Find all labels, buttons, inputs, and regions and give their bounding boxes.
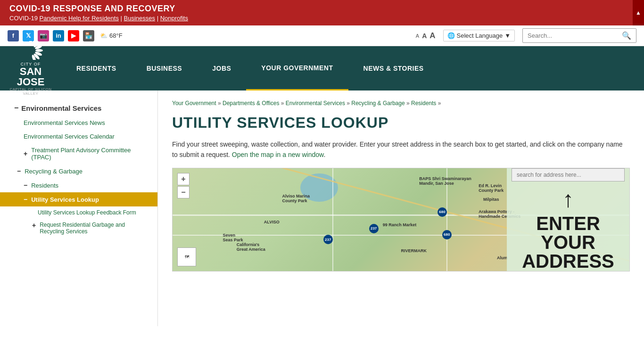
nav-item-your-government[interactable]: YOUR GOVERNMENT: [246, 46, 348, 90]
open-map-link[interactable]: Open the map in a new window: [232, 151, 324, 158]
sidebar-item-residents[interactable]: − Residents: [0, 178, 157, 192]
page-title: UTILITY SERVICES LOOKUP: [172, 114, 630, 132]
sidebar-item-es-calendar[interactable]: Environmental Services Calendar: [0, 130, 157, 143]
map-label-baps: BAPS Shri SwaminarayanMandir, San Jose: [419, 176, 471, 186]
highway-marker-237: 237: [369, 224, 379, 233]
highway-marker-680-1: 680: [438, 207, 447, 217]
chevron-down-icon: ▼: [504, 32, 511, 39]
svg-point-4: [35, 49, 43, 52]
shop-icon[interactable]: 🏪: [83, 30, 94, 41]
youtube-icon[interactable]: ▶: [68, 30, 79, 41]
map-label-alviso: Alviso MarinaCounty Park: [282, 194, 310, 203]
nav-item-jobs[interactable]: JOBS: [197, 46, 246, 90]
street-view-icon: 🗺: [185, 255, 189, 259]
map-zoom-in[interactable]: +: [177, 173, 190, 185]
plus-icon-residential: +: [32, 222, 36, 229]
weather-temp: 68°F: [109, 32, 123, 39]
breadcrumb-departments[interactable]: Departments & Offices: [223, 100, 280, 107]
nav-items: RESIDENTS BUSINESS JOBS YOUR GOVERNMENT …: [61, 46, 644, 90]
twitter-icon[interactable]: 𝕏: [23, 30, 34, 41]
map-controls: + −: [177, 173, 190, 198]
logo-name-text: SAN JOSE: [9, 66, 52, 87]
map-label-milpitas: Milpitas: [483, 197, 499, 202]
address-search-input[interactable]: [512, 168, 625, 181]
collapse-icon: −: [14, 104, 18, 112]
map-zoom-out[interactable]: −: [177, 186, 190, 198]
covid-collapse-button[interactable]: ▲: [633, 0, 644, 25]
main-container: − Environmental Services Environmental S…: [0, 90, 644, 326]
breadcrumb-recycling[interactable]: Recycling & Garbage: [351, 100, 405, 107]
sidebar-item-utility-lookup[interactable]: − Utility Services Lookup: [0, 192, 157, 206]
breadcrumb-environmental[interactable]: Environmental Services: [286, 100, 345, 107]
nav-item-news[interactable]: NEWS & STORIES: [348, 46, 439, 90]
sidebar-item-utility-feedback[interactable]: Utility Services Lookup Feedback Form: [0, 206, 157, 219]
covid-link-nonprofits[interactable]: Nonprofits: [160, 15, 188, 22]
covid-link-residents[interactable]: Pandemic Help for Residents: [40, 15, 119, 22]
nav-item-business[interactable]: BUSINESS: [132, 46, 198, 90]
facebook-icon[interactable]: f: [8, 30, 19, 41]
language-selector[interactable]: 🌐 Select Language ▼: [443, 30, 515, 41]
search-bar: 🔍: [522, 28, 636, 43]
plus-icon: +: [24, 150, 27, 157]
map-street-view[interactable]: 🗺: [177, 247, 196, 266]
sidebar-section-environmental-services[interactable]: − Environmental Services: [0, 100, 157, 116]
navigation: CITY OF SAN JOSE CAPITAL OF SILICON VALL…: [0, 46, 644, 90]
weather-widget: ⛅ 68°F: [100, 32, 123, 39]
nav-item-residents[interactable]: RESIDENTS: [61, 46, 132, 90]
map-label-alviso-text: ALVISO: [264, 220, 280, 224]
font-size-large[interactable]: A: [429, 31, 435, 41]
site-logo[interactable]: CITY OF SAN JOSE CAPITAL OF SILICON VALL…: [0, 46, 61, 90]
main-content: Your Government » Departments & Offices …: [158, 90, 644, 326]
breadcrumb-residents[interactable]: Residents: [411, 100, 436, 107]
font-size-controls: A A A: [416, 31, 436, 41]
sidebar: − Environmental Services Environmental S…: [0, 90, 158, 326]
language-label: Select Language: [457, 32, 503, 39]
font-size-medium[interactable]: A: [422, 32, 427, 40]
minus-icon-residents: −: [24, 181, 27, 189]
covid-banner: COVID-19 RESPONSE AND RECOVERY COVID-19 …: [0, 0, 644, 25]
covid-title: COVID-19 RESPONSE AND RECOVERY: [9, 4, 635, 14]
sidebar-item-tpac[interactable]: + Treatment Plant Advisory Committee (TP…: [0, 143, 157, 164]
highway-marker-237-2: 237: [323, 235, 333, 244]
translate-icon: 🌐: [447, 32, 455, 39]
weather-icon: ⛅: [100, 32, 107, 39]
search-button[interactable]: 🔍: [617, 29, 636, 42]
map-label-levin: Ed R. LevinCounty Park: [479, 183, 504, 193]
svg-point-0: [29, 41, 32, 46]
covid-link-businesses[interactable]: Businesses: [124, 15, 155, 22]
address-search-container: [512, 168, 625, 181]
social-icons: f 𝕏 📷 in ▶ 🏪 ⛅ 68°F: [8, 30, 123, 41]
breadcrumb: Your Government » Departments & Offices …: [172, 100, 630, 107]
minus-icon: −: [17, 167, 21, 175]
map-label-alum: Alum: [497, 255, 508, 260]
top-bar: f 𝕏 📷 in ▶ 🏪 ⛅ 68°F A A A 🌐 Select Langu…: [0, 25, 644, 46]
address-arrow-icon: ↑: [562, 186, 574, 212]
top-bar-right: A A A 🌐 Select Language ▼ 🔍: [416, 28, 636, 43]
linkedin-icon[interactable]: in: [53, 30, 64, 41]
highway-marker-680-2: 680: [442, 230, 452, 239]
covid-subtitle: COVID-19 Pandemic Help for Residents | B…: [9, 15, 635, 22]
breadcrumb-your-government[interactable]: Your Government: [172, 100, 216, 107]
address-cta-text: ENTER YOURADDRESS: [512, 214, 625, 271]
page-description: Find your street sweeping, waste collect…: [172, 139, 630, 160]
search-input[interactable]: [523, 30, 617, 41]
instagram-icon[interactable]: 📷: [38, 30, 49, 41]
map-container: BAPS Shri SwaminarayanMandir, San Jose A…: [172, 168, 630, 272]
sidebar-item-request-residential[interactable]: + Request Residential Garbage and Recycl…: [0, 219, 157, 238]
sidebar-item-es-news[interactable]: Environmental Services News: [0, 116, 157, 130]
map-label-rivermark: RIVERMARK: [401, 248, 427, 253]
sidebar-item-recycling[interactable]: − Recycling & Garbage: [0, 164, 157, 178]
map-label-seven-seas: SevenSeas Park: [223, 233, 243, 242]
sidebar-section-label: Environmental Services: [21, 104, 101, 112]
road-vertical-1: [332, 168, 333, 271]
address-overlay: ↑ ENTER YOURADDRESS: [507, 168, 629, 271]
sunburst-icon: [17, 41, 45, 61]
map-label-great-america: California'sGreat America: [237, 242, 265, 252]
minus-icon-utility: −: [24, 196, 27, 203]
map-label-ranch: 99 Ranch Market: [383, 222, 417, 227]
map-background: BAPS Shri SwaminarayanMandir, San Jose A…: [173, 168, 629, 271]
font-size-small[interactable]: A: [416, 33, 419, 39]
